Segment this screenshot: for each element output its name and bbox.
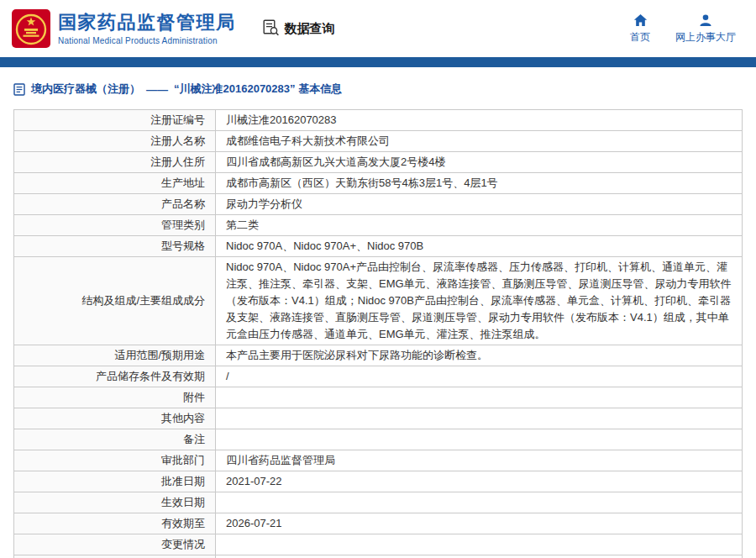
row-label: 产品名称 (14, 194, 216, 215)
table-row: 适用范围/预期用途 本产品主要用于医院泌尿科对下尿路功能的诊断检查。 (14, 345, 743, 366)
table-row: 管理类别 第二类 (14, 215, 743, 236)
row-label: 注册人名称 (14, 131, 216, 152)
row-value: 成都市高新区（西区）天勤东街58号4栋3层1号、4层1号 (216, 173, 743, 194)
header-nav: 首页 网上办事大厅 (630, 13, 736, 45)
row-value: / (216, 366, 743, 387)
table-row: 有效期至 2026-07-21 (14, 513, 743, 534)
user-icon (699, 13, 712, 27)
org-names: 国家药品监督管理局 National Medical Products Admi… (58, 12, 236, 45)
row-label: 注 (14, 555, 216, 558)
home-icon (633, 13, 648, 27)
breadcrumb-separator: —— (146, 83, 168, 96)
data-query-label: 数据查询 (285, 21, 335, 37)
national-emblem-logo (12, 9, 50, 48)
table-row: 生产地址 成都市高新区（西区）天勤东街58号4栋3层1号、4层1号 (14, 173, 743, 194)
brand-link[interactable]: 国家药品监督管理局 National Medical Products Admi… (12, 9, 236, 48)
row-label: 备注 (14, 429, 216, 450)
table-row: 结构及组成/主要组成成分 Nidoc 970A、Nidoc 970A+产品由控制… (14, 257, 743, 345)
row-label: 管理类别 (14, 215, 216, 236)
table-row: 变更情况 (14, 534, 743, 555)
row-label: 型号规格 (14, 236, 216, 257)
table-row: 其他内容 (14, 408, 743, 429)
document-icon (13, 83, 25, 96)
table-row: 注册证编号 川械注准20162070283 (14, 110, 743, 131)
row-value (216, 534, 743, 555)
table-row: 生效日期 (14, 492, 743, 513)
table-row: 型号规格 Nidoc 970A、Nidoc 970A+、Nidoc 970B (14, 236, 743, 257)
nav-service-hall[interactable]: 网上办事大厅 (675, 13, 736, 45)
org-name-en: National Medical Products Administration (58, 36, 236, 45)
nav-data-query[interactable]: 数据查询 (263, 19, 335, 39)
row-value (216, 387, 743, 408)
table-row: 注册人名称 成都维信电子科大新技术有限公司 (14, 131, 743, 152)
row-label: 生效日期 (14, 492, 216, 513)
row-value (216, 429, 743, 450)
main-content: 境内医疗器械（注册） —— “川械注准20162070283” 基本信息 注册证… (0, 67, 756, 558)
row-label: 结构及组成/主要组成成分 (14, 257, 216, 345)
row-value: Nidoc 970A、Nidoc 970A+、Nidoc 970B (216, 236, 743, 257)
row-value: 成都维信电子科大新技术有限公司 (216, 131, 743, 152)
row-label: 附件 (14, 387, 216, 408)
row-label: 变更情况 (14, 534, 216, 555)
row-label: 其他内容 (14, 408, 216, 429)
nav-home-label: 首页 (630, 30, 650, 45)
row-label: 审批部门 (14, 450, 216, 471)
table-row: 注 详情 (14, 555, 743, 558)
table-row: 备注 (14, 429, 743, 450)
row-value: 第二类 (216, 215, 743, 236)
row-label: 生产地址 (14, 173, 216, 194)
org-name-cn: 国家药品监督管理局 (58, 12, 236, 33)
row-label: 适用范围/预期用途 (14, 345, 216, 366)
row-value: 2026-07-21 (216, 513, 743, 534)
table-row: 注册人住所 四川省成都高新区九兴大道高发大厦2号楼4楼 (14, 152, 743, 173)
row-value (216, 492, 743, 513)
breadcrumb-category: 境内医疗器械（注册） (31, 82, 140, 97)
header: 国家药品监督管理局 National Medical Products Admi… (0, 0, 756, 57)
table-row: 产品名称 尿动力学分析仪 (14, 194, 743, 215)
row-value: 四川省成都高新区九兴大道高发大厦2号楼4楼 (216, 152, 743, 173)
row-label: 批准日期 (14, 471, 216, 492)
nav-home[interactable]: 首页 (630, 13, 650, 45)
table-row: 附件 (14, 387, 743, 408)
registration-info-table: 注册证编号 川械注准20162070283 注册人名称 成都维信电子科大新技术有… (13, 109, 743, 558)
row-value: Nidoc 970A、Nidoc 970A+产品由控制台、尿流率传感器、压力传感… (216, 257, 743, 345)
nav-service-hall-label: 网上办事大厅 (675, 30, 736, 45)
row-label: 注册人住所 (14, 152, 216, 173)
data-query-icon (263, 19, 280, 39)
row-value (216, 408, 743, 429)
table-row: 批准日期 2021-07-22 (14, 471, 743, 492)
table-row: 审批部门 四川省药品监督管理局 (14, 450, 743, 471)
row-value: 2021-07-22 (216, 471, 743, 492)
row-value: 详情 (216, 555, 743, 558)
row-label: 产品储存条件及有效期 (14, 366, 216, 387)
breadcrumb-title: “川械注准20162070283” 基本信息 (174, 82, 342, 97)
row-value: 四川省药品监督管理局 (216, 450, 743, 471)
row-value: 川械注准20162070283 (216, 110, 743, 131)
row-value: 本产品主要用于医院泌尿科对下尿路功能的诊断检查。 (216, 345, 743, 366)
row-value: 尿动力学分析仪 (216, 194, 743, 215)
row-label: 注册证编号 (14, 110, 216, 131)
header-divider-bar (0, 57, 756, 67)
table-row: 产品储存条件及有效期 / (14, 366, 743, 387)
breadcrumb: 境内医疗器械（注册） —— “川械注准20162070283” 基本信息 (13, 82, 743, 97)
row-label: 有效期至 (14, 513, 216, 534)
